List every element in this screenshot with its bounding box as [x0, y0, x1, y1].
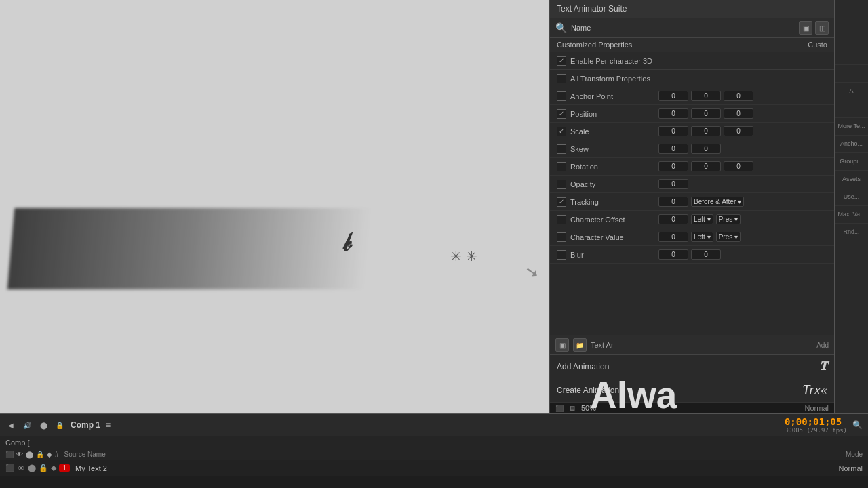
all-transform-checkbox[interactable]: [557, 74, 566, 83]
row-diamond-icon[interactable]: ◆: [51, 464, 56, 472]
status-icon-2[interactable]: 🖥: [569, 405, 576, 412]
side-label-fr: [835, 47, 868, 65]
row-icon-2[interactable]: 👁: [18, 464, 25, 472]
tracking-dropdown-arrow: ▾: [738, 198, 741, 205]
char-value-input[interactable]: [658, 232, 688, 242]
layer-name: My Text 2: [75, 464, 107, 472]
char-offset-input[interactable]: [658, 214, 688, 224]
status-icon-1[interactable]: ⬛: [555, 405, 564, 412]
scale-checkbox[interactable]: ✓: [557, 127, 566, 136]
position-z-input[interactable]: [724, 108, 753, 119]
anchor-x-input[interactable]: [658, 91, 688, 101]
scale-z-input[interactable]: [724, 126, 753, 136]
col-icon-2[interactable]: 👁: [16, 451, 23, 458]
char-value-checkbox[interactable]: [557, 232, 566, 242]
tracking-values: Before & After ▾: [658, 197, 827, 207]
enable-per-character-row: ✓ Enable Per-character 3D: [550, 52, 834, 70]
layer-num: 1: [59, 464, 70, 472]
blur-y-input[interactable]: [691, 249, 721, 260]
add-animation-row[interactable]: Add Animation 𝐓: [550, 354, 834, 378]
anchor-point-values: [658, 91, 827, 101]
preview-blurred-text: [7, 208, 372, 289]
opacity-input[interactable]: [658, 179, 688, 189]
char-offset-label: Character Offset: [570, 216, 658, 224]
position-y-input[interactable]: [691, 108, 721, 119]
add-animation-label: Add Animation: [557, 362, 819, 371]
add-animation-icon: 𝐓: [819, 359, 827, 373]
toolbar-icon-2[interactable]: 📁: [573, 338, 587, 352]
rotation-y-input[interactable]: [691, 161, 721, 171]
col-icon-4[interactable]: 🔒: [36, 451, 44, 458]
preview-icon-2: ✳ ✳: [450, 248, 477, 264]
rotation-z-input[interactable]: [724, 161, 753, 171]
prop-row-position: ✓ Position: [550, 105, 834, 123]
side-label-1: [835, 65, 868, 83]
col-icon-1[interactable]: ⬛: [5, 451, 14, 458]
preview-arrow: ➘: [524, 261, 540, 282]
side-label-use: Use...: [835, 188, 868, 206]
timeline-mute-btn[interactable]: 🔊: [22, 420, 33, 430]
char-offset-dropdown2[interactable]: Pres ▾: [716, 214, 741, 224]
prop-row-skew: Skew: [550, 140, 834, 158]
anchor-z-input[interactable]: [724, 91, 753, 101]
enable-per-character-checkbox[interactable]: ✓: [557, 56, 566, 66]
tracking-dropdown-label: Before & After: [694, 198, 736, 205]
timeline-play-btn[interactable]: ◀: [5, 420, 16, 430]
scale-x-input[interactable]: [658, 126, 688, 136]
char-offset-checkbox[interactable]: [557, 215, 566, 224]
row-icon-3[interactable]: ⬤: [28, 464, 36, 472]
skew-label: Skew: [570, 145, 658, 153]
timecode-block: 0;00;01;05 30005 (29.97 fps): [785, 416, 847, 434]
prop-row-all-transform: All Transform Properties: [550, 70, 834, 87]
anchor-y-input[interactable]: [691, 91, 721, 101]
skew-values: [658, 144, 827, 154]
side-label-maxva: Max. Va...: [835, 206, 868, 224]
char-offset-dropdown1[interactable]: Left ▾: [691, 214, 713, 224]
scale-y-input[interactable]: [691, 126, 721, 136]
blur-values: [658, 249, 827, 260]
blur-checkbox[interactable]: [557, 250, 566, 260]
skew-y-input[interactable]: [691, 144, 721, 154]
panel-icon-1[interactable]: ▣: [799, 21, 812, 35]
blur-x-input[interactable]: [658, 249, 688, 260]
rotation-label: Rotation: [570, 163, 658, 171]
skew-x-input[interactable]: [658, 144, 688, 154]
timeline-menu-icon[interactable]: ≡: [106, 420, 111, 430]
char-value-values: Left ▾ Pres ▾: [658, 232, 827, 242]
comp-name: Comp 1: [71, 420, 100, 430]
mode-col: Mode: [846, 451, 863, 458]
timeline-dot-btn[interactable]: ⬤: [38, 420, 49, 430]
char-value-dropdown2[interactable]: Pres ▾: [716, 232, 741, 242]
skew-checkbox[interactable]: [557, 144, 566, 154]
opacity-checkbox[interactable]: [557, 180, 566, 189]
position-x-input[interactable]: [658, 108, 688, 119]
opacity-label: Opacity: [570, 180, 658, 188]
col-icon-3[interactable]: ⬤: [26, 451, 33, 458]
char-value-dropdown1[interactable]: Left ▾: [691, 232, 713, 242]
position-checkbox[interactable]: ✓: [557, 109, 566, 119]
row-icon-4[interactable]: 🔒: [39, 464, 48, 472]
opacity-values: [658, 179, 827, 189]
col-icon-5[interactable]: ◆: [47, 451, 52, 458]
tracking-input[interactable]: [658, 197, 688, 207]
timeline-search-icon[interactable]: 🔍: [852, 420, 863, 430]
panel-icon-2[interactable]: ◫: [815, 21, 829, 35]
side-label-assets: Assets: [835, 171, 868, 188]
side-labels: A More Te... Ancho... Groupi... Assets U…: [834, 0, 868, 413]
rotation-checkbox[interactable]: [557, 162, 566, 171]
tracking-checkbox[interactable]: ✓: [557, 197, 566, 207]
timeline-lock-btn[interactable]: 🔒: [54, 420, 65, 430]
side-label-3: [835, 100, 868, 118]
normal-mode-label: Normal: [805, 404, 829, 412]
prop-row-blur: Blur: [550, 246, 834, 264]
source-name-col: Source Name: [64, 451, 106, 458]
search-icon[interactable]: 🔍: [555, 22, 567, 33]
create-animation-row[interactable]: Create Animation Trx«: [550, 378, 834, 402]
rotation-x-input[interactable]: [658, 161, 688, 171]
toolbar-icon-1[interactable]: ▣: [555, 338, 569, 352]
timeline-right: 0;00;01;05 30005 (29.97 fps) 🔍: [785, 416, 863, 434]
tracking-dropdown[interactable]: Before & After ▾: [691, 197, 744, 207]
row-icon-1[interactable]: ⬛: [5, 464, 15, 472]
anchor-point-checkbox[interactable]: [557, 92, 566, 101]
col-icon-6[interactable]: #: [55, 451, 59, 458]
